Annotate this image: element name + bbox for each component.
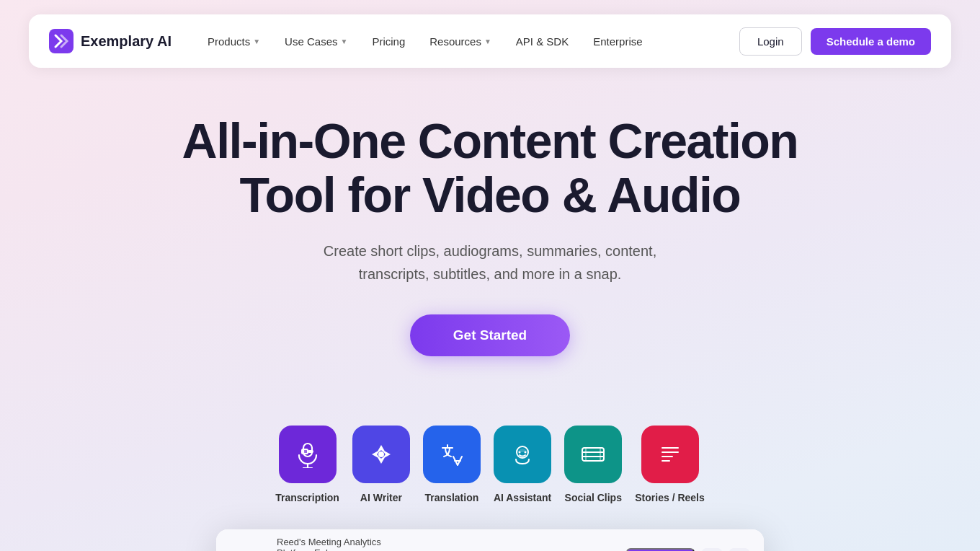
navbar: Exemplary AI Products ▼ Use Cases ▼ Pric…	[29, 14, 951, 68]
social-clips-label: Social Clips	[565, 492, 622, 503]
app-actions: 🚀 Upgrade ⬆ ⬇	[626, 548, 749, 551]
schedule-demo-button[interactable]: Schedule a demo	[811, 28, 931, 55]
mic-icon	[294, 441, 321, 468]
stories-reels-icon-box	[641, 426, 699, 483]
transcription-icon-box	[279, 426, 337, 483]
ai-assistant-label: AI Assistant	[494, 492, 551, 503]
ai-writer-label: AI Writer	[360, 492, 402, 503]
app-title: Reed's Meeting Analytics Platform Enhanc…	[277, 537, 395, 551]
nav-link-use-cases[interactable]: Use Cases ▼	[275, 30, 357, 53]
logo-icon	[49, 29, 74, 53]
logo-text: Exemplary AI	[81, 33, 172, 50]
ai-writer-icon-box	[352, 426, 410, 483]
logo-link[interactable]: Exemplary AI	[49, 29, 172, 53]
export-button[interactable]: ⬇	[729, 548, 749, 551]
hero-section: All-in-One Content Creation Tool for Vid…	[0, 68, 980, 385]
chevron-down-icon: ▼	[340, 38, 347, 45]
translation-label: Translation	[425, 492, 479, 503]
login-button[interactable]: Login	[739, 27, 802, 56]
chevron-down-icon: ▼	[484, 38, 491, 45]
nav-link-api-sdk[interactable]: API & SDK	[506, 30, 579, 53]
feature-stories-reels[interactable]: Stories / Reels	[635, 426, 705, 503]
stories-reels-label: Stories / Reels	[635, 492, 705, 503]
writer-icon	[368, 441, 395, 468]
nav-link-pricing[interactable]: Pricing	[362, 30, 415, 53]
translate-icon	[438, 441, 466, 468]
clips-icon	[579, 441, 607, 468]
logo-svg	[53, 33, 69, 49]
nav-link-products[interactable]: Products ▼	[197, 30, 270, 53]
app-preview: Reed's Meeting Analytics Platform Enhanc…	[187, 529, 793, 551]
svg-rect-4	[308, 451, 313, 452]
svg-point-7	[519, 451, 521, 453]
social-clips-icon-box	[564, 426, 622, 483]
ai-assistant-icon-box	[494, 426, 551, 483]
transcription-label: Transcription	[275, 492, 339, 503]
share-button[interactable]: ⬆	[702, 548, 722, 551]
nav-links: Products ▼ Use Cases ▼ Pricing Resources…	[197, 30, 739, 53]
svg-rect-3	[302, 449, 308, 454]
assistant-icon	[509, 441, 536, 468]
translation-icon-box	[423, 426, 481, 483]
upgrade-button[interactable]: 🚀 Upgrade	[626, 548, 695, 551]
chevron-down-icon: ▼	[253, 38, 260, 45]
nav-link-enterprise[interactable]: Enterprise	[583, 30, 652, 53]
feature-transcription[interactable]: Transcription	[275, 426, 339, 503]
svg-point-8	[525, 451, 527, 453]
hero-subtitle: Create short clips, audiograms, summarie…	[288, 239, 692, 286]
svg-point-5	[379, 452, 383, 457]
feature-social-clips[interactable]: Social Clips	[564, 426, 622, 503]
nav-link-resources[interactable]: Resources ▼	[419, 30, 502, 53]
nav-wrapper: Exemplary AI Products ▼ Use Cases ▼ Pric…	[0, 0, 980, 68]
svg-rect-10	[585, 448, 587, 461]
features-row: Transcription AI Writer T	[0, 426, 980, 503]
svg-rect-11	[600, 448, 601, 461]
app-window: Reed's Meeting Analytics Platform Enhanc…	[216, 529, 764, 551]
feature-translation[interactable]: Translation	[423, 426, 481, 503]
feature-ai-writer[interactable]: AI Writer	[352, 426, 410, 503]
get-started-button[interactable]: Get Started	[410, 314, 570, 356]
nav-actions: Login Schedule a demo	[739, 27, 931, 56]
feature-ai-assistant[interactable]: AI Assistant	[494, 426, 551, 503]
hero-title: All-in-One Content Creation Tool for Vid…	[180, 114, 800, 222]
reels-icon	[656, 441, 684, 468]
app-topbar: Reed's Meeting Analytics Platform Enhanc…	[216, 529, 764, 551]
